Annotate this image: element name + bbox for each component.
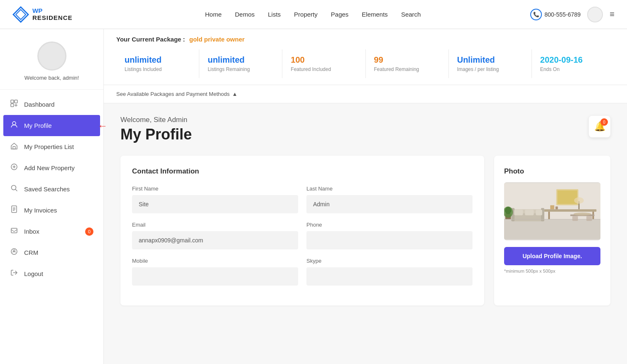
phone-area: 📞 800-555-6789 xyxy=(530,9,580,20)
active-arrow: ← xyxy=(98,120,108,132)
mobile-input[interactable] xyxy=(132,267,298,286)
user-avatar-top[interactable] xyxy=(587,7,603,22)
email-input[interactable] xyxy=(132,231,298,249)
svg-point-29 xyxy=(505,207,511,214)
profile-area: Contact Information First Name Last Name xyxy=(120,156,610,305)
logo-icon xyxy=(12,6,29,23)
package-stats: unlimited Listings Included unlimited Li… xyxy=(116,49,615,78)
stat-ends-on: 2020-09-16 Ends On xyxy=(532,49,615,78)
notification-bell[interactable]: 🔔 0 xyxy=(589,116,610,137)
logo-text: WP RESIDENCE xyxy=(32,7,73,21)
form-section-title: Contact Information xyxy=(132,167,473,176)
stat-images: Unlimited Images / per listing xyxy=(449,49,532,78)
svg-rect-16 xyxy=(558,191,577,204)
svg-rect-32 xyxy=(550,205,554,210)
logo[interactable]: WP RESIDENCE xyxy=(12,6,96,23)
package-bar: Your Current Package : gold private owne… xyxy=(104,29,627,85)
form-group-skype: Skype xyxy=(306,258,473,286)
stat-value-listings-remaining: unlimited xyxy=(208,55,274,65)
stat-label-images: Images / per listing xyxy=(457,66,523,72)
sidebar-item-my-invoices[interactable]: My Invoices xyxy=(0,200,103,221)
main-content: Welcome, Site Admin My Profile 🔔 0 Conta… xyxy=(104,103,627,318)
stat-value-featured-remaining: 99 xyxy=(374,55,440,65)
see-packages-icon: ▲ xyxy=(232,91,238,97)
sidebar-item-add-property[interactable]: Add New Property xyxy=(0,157,103,178)
sidebar-welcome: Welcome back, admin! xyxy=(24,75,79,81)
phone-input[interactable] xyxy=(306,231,473,249)
form-group-last-name: Last Name xyxy=(306,186,473,213)
hamburger-menu[interactable]: ≡ xyxy=(610,10,615,19)
sidebar-label-my-invoices: My Invoices xyxy=(24,207,57,214)
stat-value-listings-included: unlimited xyxy=(125,55,191,65)
sidebar-label-dashboard: Dashboard xyxy=(24,101,54,108)
page-header: Welcome, Site Admin My Profile 🔔 0 xyxy=(120,116,610,143)
stat-label-listings-included: Listings Included xyxy=(125,66,191,72)
see-packages-toggle[interactable]: See Available Packages and Payment Metho… xyxy=(104,85,627,103)
nav-links: Home Demos Lists Property Pages Elements… xyxy=(96,11,530,18)
first-name-input[interactable] xyxy=(132,195,298,213)
mobile-label: Mobile xyxy=(132,258,298,264)
sidebar-item-dashboard[interactable]: Dashboard xyxy=(0,94,103,115)
stat-featured-remaining: 99 Featured Remaining xyxy=(366,49,449,78)
welcome-text: Welcome, Site Admin xyxy=(120,116,192,124)
form-group-email: Email xyxy=(132,222,298,249)
properties-icon xyxy=(10,142,18,151)
form-group-phone: Phone xyxy=(306,222,473,249)
bell-badge: 0 xyxy=(600,118,608,126)
stat-label-ends-on: Ends On xyxy=(540,66,606,72)
phone-number: 800-555-6789 xyxy=(544,11,580,18)
sidebar-item-saved-searches[interactable]: Saved Searches xyxy=(0,178,103,200)
package-name-link[interactable]: gold private owner xyxy=(189,36,245,43)
contact-form-card: Contact Information First Name Last Name xyxy=(120,156,484,305)
sidebar-avatar-area: Welcome back, admin! xyxy=(0,37,103,90)
sidebar-label-logout: Logout xyxy=(24,270,43,277)
svg-rect-10 xyxy=(11,228,17,233)
top-navigation: WP RESIDENCE Home Demos Lists Property P… xyxy=(0,0,627,29)
nav-pages[interactable]: Pages xyxy=(331,11,349,18)
nav-elements[interactable]: Elements xyxy=(362,11,388,18)
stat-value-images: Unlimited xyxy=(457,55,523,65)
form-group-first-name: First Name xyxy=(132,186,298,213)
first-name-label: First Name xyxy=(132,186,298,192)
svg-rect-6 xyxy=(13,147,15,149)
last-name-input[interactable] xyxy=(306,195,473,213)
skype-input[interactable] xyxy=(306,267,473,286)
package-title: Your Current Package : gold private owne… xyxy=(116,36,615,43)
nav-demos[interactable]: Demos xyxy=(235,11,255,18)
svg-rect-17 xyxy=(544,209,597,212)
sidebar-item-inbox[interactable]: Inbox 0 xyxy=(0,221,103,242)
svg-rect-38 xyxy=(586,216,592,221)
crm-icon xyxy=(10,248,18,257)
stat-listings-included: unlimited Listings Included xyxy=(116,49,199,78)
phone-icon: 📞 xyxy=(530,9,542,20)
skype-label: Skype xyxy=(306,258,473,264)
upload-profile-image-button[interactable]: Upload Profile Image. xyxy=(504,247,600,265)
page-title: My Profile xyxy=(120,126,192,143)
add-property-icon xyxy=(10,163,18,173)
nav-search[interactable]: Search xyxy=(401,11,421,18)
sidebar-item-my-properties[interactable]: My Properties List xyxy=(0,136,103,157)
svg-rect-13 xyxy=(504,219,600,239)
inbox-icon xyxy=(10,227,18,236)
sidebar-item-logout[interactable]: Logout xyxy=(0,263,103,284)
svg-rect-24 xyxy=(514,210,523,215)
upload-hint: *minimum 500px x 500px xyxy=(504,269,600,274)
svg-rect-37 xyxy=(572,216,578,221)
sidebar-label-inbox: Inbox xyxy=(24,228,39,235)
dashboard-icon xyxy=(10,100,18,109)
svg-rect-25 xyxy=(525,210,534,215)
nav-home[interactable]: Home xyxy=(205,11,222,18)
sidebar-avatar xyxy=(37,42,66,71)
sidebar-item-crm[interactable]: CRM xyxy=(0,242,103,263)
svg-rect-26 xyxy=(536,210,542,215)
main-layout: Welcome back, admin! Dashboard My Profil… xyxy=(0,29,627,364)
form-row-mobile-skype: Mobile Skype xyxy=(132,258,473,286)
sidebar-label-my-profile: My Profile xyxy=(24,122,52,129)
stat-label-listings-remaining: Listings Remaining xyxy=(208,66,274,72)
sidebar-item-my-profile[interactable]: My Profile ← xyxy=(3,115,100,136)
svg-rect-3 xyxy=(15,100,17,103)
nav-property[interactable]: Property xyxy=(294,11,318,18)
nav-lists[interactable]: Lists xyxy=(268,11,281,18)
stat-value-ends-on: 2020-09-16 xyxy=(540,55,606,65)
photo-preview xyxy=(504,182,600,240)
